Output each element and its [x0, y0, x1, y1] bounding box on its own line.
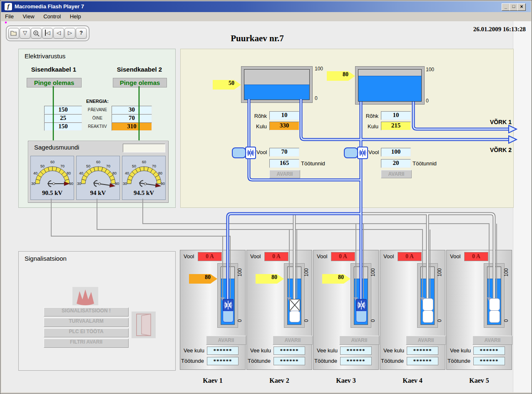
stopped-x-icon: [290, 299, 300, 311]
tank-1-scale-max: 100: [315, 66, 323, 72]
energia-header: ENERGIA:: [84, 99, 111, 104]
cable1-label: Sisendkaabel 1: [27, 66, 81, 73]
energia-cable1-oine: 25: [44, 114, 82, 122]
tank-1-kulu-value: 330: [269, 122, 299, 130]
well-panel-1: Vool 0 A 100 0 80 AVARII Vee kulu ******…: [180, 250, 246, 370]
minimize-button[interactable]: _: [502, 3, 510, 11]
menu-control[interactable]: Control: [40, 12, 65, 21]
tank-2-kulu-label: Kulu: [363, 123, 378, 130]
menu-file[interactable]: File: [1, 12, 17, 21]
well-4-veekulu-label: Vee kulu: [383, 347, 404, 354]
well-5-pump-body: [489, 310, 500, 323]
well-5-vool-value: 0 A: [464, 252, 488, 261]
well-panel-5: Vool 0 A 100 0 AVARII Vee kulu ****** Tö…: [446, 250, 512, 370]
open-file-button[interactable]: [8, 28, 19, 39]
well-1-veekulu-label: Vee kulu: [184, 347, 204, 354]
alarm-plc-button[interactable]: PLC EI TÖÖTA: [44, 328, 129, 337]
well-3-scale-max: 100: [370, 266, 376, 279]
well-2-name: Kaev 2: [246, 377, 312, 384]
signalisatsioon-title: Signalisatsioon: [25, 255, 67, 262]
flash-logo-icon: f: [5, 3, 12, 10]
well-5-veekulu-label: Vee kulu: [450, 347, 471, 354]
alarm-signalisatsioon-button[interactable]: SIGNALISATSIOON !: [44, 307, 129, 317]
well-2-level-tag: 80: [256, 274, 284, 284]
well-1-tootunde-value: ******: [207, 357, 239, 365]
well-3-scale-min: 0: [370, 318, 376, 324]
tank-1-rohk-label: Rõhk: [252, 113, 267, 119]
menu-view[interactable]: View: [19, 12, 38, 21]
well-5-pump-top: [489, 298, 500, 311]
energia-cable2-paevane: 30: [112, 106, 152, 114]
station-panel: 100 0 50 Rõhk 10 Kulu 330 100 0 80 Rõhk …: [180, 49, 514, 208]
well-3-name: Kaev 3: [313, 377, 379, 384]
impeller-icon: [358, 147, 367, 158]
first-frame-button[interactable]: ◁: [42, 28, 53, 39]
pump-2-avarii-button[interactable]: AVARII: [381, 170, 412, 178]
well-2-avarii-button[interactable]: AVARII: [273, 336, 313, 345]
alarm-turvaalarm-button[interactable]: TURVAALARM: [44, 318, 129, 327]
tank-2-level-tag: 80: [327, 71, 355, 81]
title-bar[interactable]: f Macromedia Flash Player 7: [1, 1, 531, 12]
well-4-vool-value: 0 A: [398, 252, 422, 261]
well-1-level-tag: 80: [189, 274, 217, 284]
well-1-veekulu-value: ******: [207, 347, 239, 355]
well-4-pump-top: [423, 298, 433, 311]
well-5-tootunde-label: Töötunde: [447, 358, 470, 364]
pump-1-vool-label: Vool: [256, 149, 267, 155]
well-2-pump-stopped: [289, 299, 300, 311]
alarm-filtri-button[interactable]: FILTRI AVARII: [44, 339, 129, 348]
prev-frame-button[interactable]: ◁: [53, 28, 64, 39]
maximize-button[interactable]: □: [510, 3, 518, 11]
well-3-veekulu-value: ******: [340, 347, 372, 355]
window-title: Macromedia Flash Player 7: [15, 1, 84, 12]
energia-cable2-oine: 70: [112, 114, 152, 122]
well-4-avarii-button[interactable]: AVARII: [406, 336, 446, 345]
energia-cable2-reaktiiv: 310: [112, 122, 152, 131]
tank-2-vessel: [358, 69, 422, 102]
pump-1-hours-label: Töötunnid: [301, 160, 325, 167]
well-2-veekulu-label: Vee kulu: [250, 347, 271, 354]
well-2-veekulu-value: ******: [273, 347, 305, 355]
sagedusmuundi-panel: Sagedusmuundi 90.5 kV: [28, 141, 169, 203]
elektrivarustus-panel: Elektrivarustus Sisendkaabel 1 Sisendkaa…: [18, 49, 176, 208]
menu-down-button[interactable]: ▽: [20, 28, 30, 39]
gauge-1-value: 90.5 kV: [31, 190, 74, 197]
well-5-scale-min: 0: [503, 318, 509, 324]
well-5-avarii-button[interactable]: AVARII: [472, 336, 512, 345]
well-1-pump-body: [223, 311, 234, 322]
gauge-dial: [77, 156, 119, 190]
gauge-2-value: 94 kV: [77, 190, 119, 197]
next-frame-button[interactable]: ▷: [65, 28, 75, 39]
menu-bar: File View Control Help: [1, 12, 531, 21]
menu-help[interactable]: Help: [66, 12, 85, 21]
zoom-in-button[interactable]: [31, 28, 42, 39]
panel-title: Elektrivarustus: [25, 52, 65, 60]
tank-1-vessel: [244, 69, 310, 100]
close-button[interactable]: ×: [517, 3, 526, 11]
well-1-vool-label: Vool: [184, 253, 194, 259]
pump-2-vool-label: Vool: [368, 149, 379, 155]
tank-1-kulu-label: Kulu: [252, 123, 267, 130]
well-2-pump-body: [289, 311, 300, 322]
well-1-vool-value: 0 A: [198, 252, 222, 261]
well-4-scale-max: 100: [437, 266, 443, 279]
well-4-tootunde-label: Töötunde: [381, 358, 404, 364]
well-1-avarii-button[interactable]: AVARII: [206, 336, 246, 345]
well-3-tootunde-value: ******: [340, 357, 372, 365]
well-3-vool-label: Vool: [317, 253, 327, 259]
well-5-vool-label: Vool: [450, 253, 460, 259]
gauge-3-value: 94.5 kV: [122, 190, 165, 197]
gauge-dial: [31, 156, 74, 190]
tank-2-rohk-label: Rõhk: [363, 113, 378, 119]
help-button[interactable]: ?: [76, 28, 87, 39]
magnifier-icon: [32, 30, 40, 37]
pump-2-vool-value: 100: [381, 148, 411, 157]
pump-1-avarii-button[interactable]: AVARII: [269, 170, 300, 178]
gauge-dial: [122, 156, 165, 190]
first-frame-icon: ◁: [45, 30, 50, 36]
well-panel-3: Vool 0 A 100 0 80 AVARII Vee kulu ******…: [313, 250, 379, 370]
well-3-avarii-button[interactable]: AVARII: [339, 336, 379, 345]
well-3-level-tag: 80: [322, 274, 351, 284]
well-4-vool-label: Vool: [383, 253, 394, 259]
folder-icon: [10, 30, 17, 37]
